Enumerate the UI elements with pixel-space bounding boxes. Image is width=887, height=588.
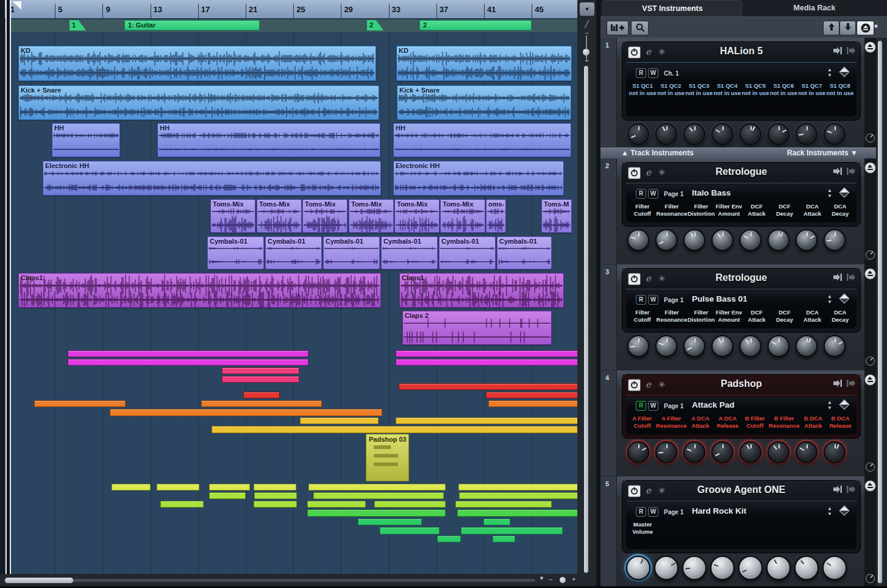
knob[interactable]: [794, 556, 819, 580]
find-instrument-button[interactable]: [631, 21, 649, 35]
vertical-scrollbar[interactable]: [584, 66, 588, 573]
preset-browser-icon[interactable]: [839, 67, 850, 77]
audio-clip[interactable]: Claps1: [399, 273, 564, 308]
audio-clip[interactable]: oms-: [486, 199, 506, 233]
output-options-button[interactable]: [845, 379, 857, 390]
output-options-button[interactable]: [845, 273, 857, 284]
collapse-all-button[interactable]: [857, 21, 874, 35]
midi-part[interactable]: [201, 400, 322, 407]
rack-instruments-header[interactable]: Rack Instruments ▼: [787, 148, 858, 158]
knob[interactable]: [711, 229, 733, 251]
knob[interactable]: [824, 123, 846, 145]
horizontal-zoom-in[interactable]: +: [572, 575, 575, 583]
preset-browser-icon[interactable]: [839, 506, 850, 516]
input-options-button[interactable]: [832, 167, 843, 178]
output-options-button[interactable]: [845, 46, 857, 57]
midi-part[interactable]: [461, 527, 563, 534]
audio-clip[interactable]: Cymbals-01: [265, 236, 322, 269]
knob[interactable]: [655, 335, 677, 357]
knob[interactable]: [683, 335, 705, 357]
output-activity-dial[interactable]: [866, 250, 875, 260]
knob[interactable]: [627, 123, 649, 145]
move-up-button[interactable]: [823, 21, 839, 35]
preset-prev-next-buttons[interactable]: ▲▼: [827, 188, 832, 199]
audio-clip[interactable]: Toms-Mix: [394, 199, 440, 233]
audio-clip[interactable]: HH: [393, 123, 571, 157]
rack-section-divider[interactable]: ▲ Track InstrumentsRack Instruments ▼: [600, 147, 876, 160]
timeline-ruler[interactable]: 159131721252933374145: [5, 0, 577, 19]
knob[interactable]: [711, 441, 733, 463]
audio-clip[interactable]: Toms-Mix: [349, 199, 394, 233]
audio-clip[interactable]: Toms-M: [541, 199, 572, 233]
knob[interactable]: [768, 123, 789, 145]
knob[interactable]: [655, 123, 677, 145]
ruler-options-button[interactable]: ▼: [579, 2, 595, 16]
midi-part[interactable]: [300, 417, 379, 424]
midi-part[interactable]: [243, 392, 280, 398]
write-automation-button[interactable]: W: [648, 189, 658, 199]
midi-part[interactable]: [160, 501, 204, 508]
midi-part[interactable]: [212, 426, 577, 433]
knob[interactable]: [627, 335, 649, 357]
collapse-item-button[interactable]: [864, 268, 876, 280]
track-instruments-header[interactable]: ▲ Track Instruments: [621, 148, 694, 158]
knob[interactable]: [796, 441, 818, 463]
collapse-item-button[interactable]: [864, 162, 876, 174]
midi-part[interactable]: [374, 501, 446, 508]
rack-scrollbar-thumb[interactable]: [878, 41, 882, 583]
midi-part[interactable]: [254, 484, 296, 491]
midi-part[interactable]: [254, 501, 297, 508]
knob[interactable]: [824, 441, 846, 463]
knob[interactable]: [768, 229, 789, 251]
input-options-button[interactable]: [832, 46, 843, 57]
knob[interactable]: [739, 229, 761, 251]
knob[interactable]: [739, 441, 761, 463]
marker-track[interactable]: 121: Guitar2: [5, 19, 577, 33]
audio-clip[interactable]: Kick + Snare: [397, 85, 571, 120]
knob[interactable]: [626, 556, 650, 580]
preset-name[interactable]: Pulse Bass 01: [692, 294, 747, 303]
output-activity-dial[interactable]: [866, 133, 875, 143]
midi-part[interactable]: [307, 509, 446, 517]
preset-prev-next-buttons[interactable]: ▲▼: [827, 506, 832, 517]
knob[interactable]: [710, 556, 735, 580]
arrange-canvas[interactable]: KDKDKick + SnareKick + SnareHHHHHHElectr…: [5, 32, 577, 574]
knob[interactable]: [683, 229, 705, 251]
knob[interactable]: [682, 556, 707, 580]
preset-name[interactable]: Attack Pad: [692, 400, 735, 409]
horizontal-scrollbar-thumb[interactable]: [5, 578, 73, 583]
output-activity-dial[interactable]: [866, 574, 875, 583]
knob[interactable]: [796, 229, 818, 251]
write-automation-button[interactable]: W: [648, 295, 658, 305]
knob[interactable]: [683, 441, 705, 463]
zoom-preset-icon[interactable]: ╱: [577, 20, 596, 28]
midi-part[interactable]: [358, 519, 422, 525]
vertical-zoom-in[interactable]: +: [577, 57, 596, 64]
audio-clip[interactable]: Claps1: [18, 273, 381, 308]
vertical-zoom-thumb[interactable]: [583, 49, 590, 55]
tab-media-rack[interactable]: Media Rack: [742, 0, 887, 16]
knob[interactable]: [711, 123, 733, 145]
audio-clip[interactable]: Cymbals-01: [381, 236, 438, 269]
marker-flag[interactable]: 1: [69, 20, 86, 30]
audio-clip[interactable]: Electronic HH: [43, 161, 381, 196]
knob[interactable]: [655, 441, 677, 463]
preset-prev-next-buttons[interactable]: ▲▼: [827, 400, 832, 411]
audio-clip[interactable]: Cymbals-01: [323, 236, 380, 269]
input-options-button[interactable]: [832, 485, 843, 496]
horizontal-scrollbar-track[interactable]: [5, 579, 535, 582]
midi-part[interactable]: [222, 376, 299, 383]
audio-clip[interactable]: Kick + Snare: [18, 85, 379, 120]
preset-prev-next-buttons[interactable]: ▲▼: [827, 67, 832, 78]
knob[interactable]: [738, 556, 763, 580]
midi-part[interactable]: [396, 417, 577, 424]
write-automation-button[interactable]: W: [648, 507, 658, 517]
output-activity-dial[interactable]: [866, 462, 875, 472]
marker-part[interactable]: 1: Guitar: [124, 20, 260, 30]
knob[interactable]: [739, 123, 761, 145]
input-options-button[interactable]: [832, 273, 843, 284]
knob[interactable]: [766, 556, 791, 580]
preset-prev-next-buttons[interactable]: ▲▼: [827, 294, 832, 305]
midi-part[interactable]: [209, 492, 246, 499]
knob[interactable]: [824, 229, 846, 251]
